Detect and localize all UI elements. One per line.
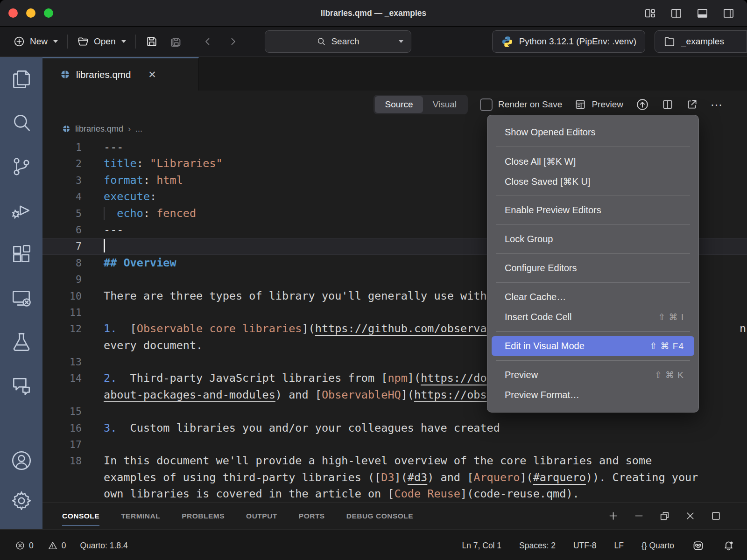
sidebar-item-chat[interactable] (10, 374, 33, 398)
sidebar-item-account[interactable] (10, 449, 33, 472)
search-input[interactable]: Search (265, 30, 411, 53)
code-line[interactable]: 17 (42, 436, 747, 453)
breadcrumb-more[interactable]: ... (135, 124, 142, 134)
sidebar-item-source-control[interactable] (10, 155, 33, 178)
panel-tab-ports[interactable]: PORTS (299, 503, 325, 529)
more-actions-button[interactable]: … (710, 102, 724, 107)
line-number: 18 (42, 453, 82, 469)
status-eol-label: LF (614, 541, 624, 551)
status-encoding[interactable]: UTF-8 (573, 541, 597, 551)
status-cursor-position-label: Ln 7, Col 1 (462, 541, 501, 551)
split-editor-icon[interactable] (662, 98, 674, 111)
line-number: 3 (42, 172, 82, 189)
menu-divider (496, 360, 690, 361)
menu-item-lock-group[interactable]: Lock Group (492, 229, 694, 249)
panel-add-button[interactable] (607, 510, 619, 522)
sidebar-item-remote-explorer[interactable] (10, 287, 33, 310)
toggle-source[interactable]: Source (375, 96, 423, 113)
save-all-button[interactable] (165, 32, 186, 51)
render-on-save-checkbox[interactable] (480, 98, 493, 111)
code-text: --- (82, 222, 123, 238)
line-number: 10 (42, 288, 82, 304)
interpreter-selector-button[interactable]: Python 3.12.1 (PipEnv: .venv) (492, 30, 645, 53)
zoom-window-button[interactable] (44, 8, 53, 18)
status-cursor-position[interactable]: Ln 7, Col 1 (462, 541, 501, 551)
split-editor-layout-icon[interactable] (670, 7, 683, 20)
close-icon[interactable]: ✕ (148, 70, 156, 79)
save-button[interactable] (141, 32, 162, 51)
status-errors[interactable]: 0 (15, 540, 34, 551)
panel-maximize-button[interactable] (710, 510, 722, 522)
code-line[interactable]: 18In this document we'll provide a high-… (42, 453, 747, 469)
preview-button[interactable]: Preview (574, 98, 623, 111)
status-indentation[interactable]: Spaces: 2 (519, 541, 556, 551)
menu-item-clear-cache[interactable]: Clear Cache… (492, 287, 694, 307)
git-branch-icon (10, 155, 33, 178)
menu-item-label: Close Saved [⌘K U] (505, 176, 684, 187)
line-number: 6 (42, 222, 82, 238)
status-feedback[interactable] (692, 539, 705, 552)
open-in-new-window-icon[interactable] (686, 98, 698, 111)
menu-item-enable-preview-editors[interactable]: Enable Preview Editors (492, 200, 694, 220)
editor-action-bar: Source Visual Render on Save Preview … (42, 91, 747, 119)
menu-divider (496, 253, 690, 254)
code-line[interactable]: examples of using third-party libraries … (42, 469, 747, 486)
line-number: 9 (42, 271, 82, 287)
app-window: libraries.qmd — _examples New Open (0, 0, 747, 560)
code-text: 1. [Observable core libraries](https://g… (82, 321, 487, 337)
minimize-window-button[interactable] (26, 8, 35, 18)
gear-icon (10, 489, 33, 512)
sidebar-item-run-debug[interactable] (10, 199, 33, 222)
menu-item-close-all-k-w[interactable]: Close All [⌘K W] (492, 151, 694, 171)
toggle-panel-icon[interactable] (696, 7, 709, 20)
sidebar-item-explorer[interactable] (10, 67, 33, 91)
menu-item-edit-in-visual-mode[interactable]: Edit in Visual Mode⇧ ⌘ F4 (492, 336, 694, 356)
line-number: 13 (42, 354, 82, 370)
toggle-secondary-sidebar-icon[interactable] (722, 7, 735, 20)
code-text: In this document we'll provide a high-le… (82, 453, 652, 469)
panel-tab-problems[interactable]: PROBLEMS (182, 503, 225, 529)
render-icon[interactable] (635, 98, 649, 112)
close-window-button[interactable] (8, 8, 18, 18)
toolbar-divider (67, 35, 68, 49)
sidebar-item-settings[interactable] (10, 489, 33, 512)
panel-close-button[interactable] (684, 510, 696, 522)
status-notifications[interactable] (722, 539, 735, 552)
menu-item-close-saved-k-u[interactable]: Close Saved [⌘K U] (492, 171, 694, 191)
code-line[interactable]: own libraries is covered in the article … (42, 486, 747, 502)
customize-layout-icon[interactable] (644, 7, 656, 20)
sidebar-item-search[interactable] (10, 111, 33, 134)
workspace-button[interactable]: _examples (655, 30, 747, 53)
tab-libraries-qmd[interactable]: libraries.qmd ✕ (42, 57, 199, 91)
menu-item-show-opened-editors[interactable]: Show Opened Editors (492, 122, 694, 142)
navigate-forward-button[interactable] (224, 33, 242, 50)
code-line[interactable]: 163. Custom libraries you and/or your co… (42, 420, 747, 436)
new-button[interactable]: New (9, 33, 62, 50)
panel-tab-debug-console[interactable]: DEBUG CONSOLE (346, 503, 413, 529)
menu-item-preview[interactable]: Preview⇧ ⌘ K (492, 365, 694, 385)
toolbar-divider (135, 35, 136, 49)
panel-restore-button[interactable] (659, 510, 670, 522)
sidebar-item-testing[interactable] (10, 330, 33, 354)
panel-tab-output[interactable]: OUTPUT (246, 503, 277, 529)
status-language-mode[interactable]: {} Quarto (641, 541, 674, 551)
chevron-left-icon (202, 36, 213, 47)
menu-item-configure-editors[interactable]: Configure Editors (492, 258, 694, 278)
status-eol[interactable]: LF (614, 541, 624, 551)
menu-item-preview-format[interactable]: Preview Format… (492, 385, 694, 405)
save-icon (145, 35, 158, 48)
menu-item-insert-code-cell[interactable]: Insert Code Cell⇧ ⌘ I (492, 307, 694, 327)
line-number: 1 (42, 139, 82, 155)
panel-tab-terminal[interactable]: TERMINAL (121, 503, 160, 529)
breadcrumb-file[interactable]: libraries.qmd (75, 124, 123, 134)
navigate-back-button[interactable] (198, 33, 217, 50)
open-button[interactable]: Open (73, 33, 129, 50)
panel-minimize-button[interactable] (633, 510, 645, 522)
code-text: format: html (82, 172, 183, 189)
panel-tab-console[interactable]: CONSOLE (62, 503, 99, 529)
line-number (42, 486, 82, 502)
status-quarto-version[interactable]: Quarto: 1.8.4 (80, 541, 127, 551)
toggle-visual[interactable]: Visual (423, 96, 466, 113)
status-warnings[interactable]: 0 (48, 540, 66, 551)
sidebar-item-extensions[interactable] (10, 243, 33, 266)
